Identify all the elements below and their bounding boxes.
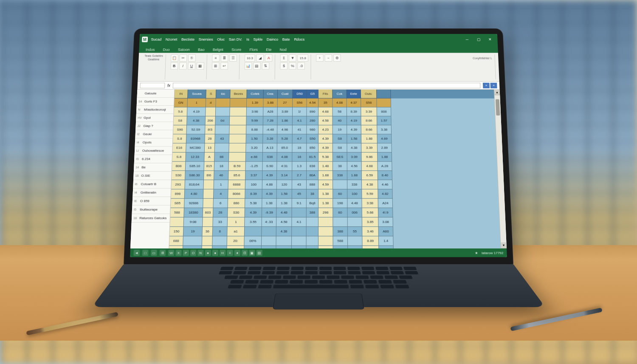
cell[interactable]: 4.58 [318, 116, 333, 125]
cell[interactable]: S8 [333, 134, 347, 143]
cell[interactable] [292, 236, 307, 245]
cell[interactable]: 4.7 [293, 134, 307, 143]
cell[interactable]: 4.39 [245, 208, 262, 217]
cell[interactable] [318, 236, 333, 245]
cell[interactable]: a1 [227, 227, 245, 236]
cell[interactable] [203, 217, 213, 227]
cell[interactable]: 28 [205, 134, 215, 143]
cell[interactable]: 81.5 [307, 152, 318, 162]
format-icon[interactable]: ⚙ [333, 54, 341, 62]


fill-icon[interactable]: ◢ [256, 54, 264, 62]
cell[interactable] [292, 208, 306, 217]
align-left-icon[interactable]: ≡ [212, 54, 220, 62]
cell[interactable]: 8.39 [347, 107, 361, 116]
cell[interactable]: S90 [173, 125, 187, 134]
name-box[interactable] [140, 82, 165, 88]
row-nav-item[interactable]: I4Opots [135, 138, 172, 147]
cell[interactable]: MC380 [186, 144, 205, 152]
chart-icon[interactable]: 📊 [244, 62, 252, 70]
border-icon[interactable]: ▦ [196, 62, 204, 70]
cell[interactable]: E0968 [186, 134, 205, 143]
cell[interactable]: 890 [307, 107, 318, 116]
cell[interactable]: 3.38 [377, 125, 392, 134]
cell[interactable]: S85.10 [186, 162, 204, 171]
taskbar-app-icon[interactable]: ▤ [256, 250, 262, 256]
taskbar-app-icon[interactable]: N [197, 250, 204, 256]
column-header[interactable]: S [206, 90, 216, 99]
cell[interactable]: 5:99 [246, 116, 263, 125]
cell[interactable]: S30 [172, 171, 186, 180]
cell[interactable]: 41 [293, 125, 307, 134]
cell[interactable]: 603 [203, 208, 214, 217]
row-nav-item[interactable]: I2Geoki [135, 130, 173, 138]
cell[interactable]: 3.28 [263, 134, 277, 143]
cell[interactable]: 120 [277, 180, 292, 189]
cell[interactable]: 880 [228, 199, 245, 208]
cell[interactable] [216, 107, 230, 116]
cell[interactable]: 8:66 [361, 116, 377, 125]
cell[interactable] [203, 189, 214, 199]
cell[interactable]: 8:66 [361, 125, 378, 134]
cell[interactable] [318, 227, 333, 236]
align-center-icon[interactable]: ≣ [220, 54, 228, 62]
cell[interactable]: 36 [202, 227, 213, 236]
cell[interactable]: -1.25 [245, 162, 262, 171]
cell[interactable] [170, 217, 184, 227]
menu-item[interactable]: Bectiste [181, 37, 194, 41]
cell[interactable]: 8.88 [246, 125, 263, 134]
cell[interactable]: 4.88 [262, 180, 277, 189]
cell[interactable]: 3.89 [277, 107, 293, 116]
cell[interactable]: S50 [307, 134, 318, 143]
cell[interactable] [229, 134, 246, 143]
cell[interactable]: 1 [228, 217, 245, 227]
column-header[interactable]: G5 [307, 90, 318, 99]
cell[interactable]: 1.4 [379, 236, 394, 245]
cell[interactable]: 58 [333, 107, 347, 116]
cell[interactable]: 338 [333, 171, 347, 180]
cell[interactable] [318, 217, 333, 227]
cell[interactable]: 298 [318, 208, 333, 217]
cell[interactable] [230, 107, 247, 116]
font-color-icon[interactable]: A [265, 54, 273, 62]
submenu-item[interactable]: Ete [263, 47, 274, 53]
cell[interactable]: 27 [278, 99, 293, 107]
column-header[interactable]: Souea [188, 90, 206, 99]
cell[interactable]: A [204, 152, 214, 162]
column-header[interactable]: Cok [333, 90, 347, 99]
taskbar-app-icon[interactable]: ● [212, 250, 219, 256]
cell[interactable]: 100 [347, 189, 362, 199]
cell[interactable]: 5.28 [277, 134, 293, 143]
submenu-item[interactable]: Duo [161, 47, 172, 53]
taskbar-app-icon[interactable]: ⊡ [242, 250, 248, 256]
cell[interactable]: 4.1 [292, 217, 306, 227]
cell[interactable]: -4.48 [263, 125, 277, 134]
cell[interactable]: A28 [263, 107, 278, 116]
cell[interactable] [203, 180, 214, 189]
cell[interactable]: 206 [206, 116, 216, 125]
cell[interactable]: Bq8 [307, 199, 318, 208]
cell[interactable] [229, 125, 246, 134]
taskbar-app-icon[interactable]: ♦ [234, 250, 241, 256]
cell[interactable]: 6 [213, 199, 228, 208]
cell[interactable]: d [206, 99, 216, 107]
submenu-item[interactable]: Nod [277, 47, 289, 53]
cell[interactable]: 1.39 [247, 99, 264, 107]
cell[interactable]: 3.88 [263, 99, 278, 107]
cell[interactable]: 1.38 [276, 199, 292, 208]
cell[interactable]: 888 [307, 180, 318, 189]
cell[interactable]: 1.38 [262, 199, 276, 208]
cell[interactable]: 4.39 [318, 144, 333, 152]
cell[interactable]: 688 [169, 236, 183, 245]
cell[interactable]: 4.38 [362, 180, 378, 189]
taskbar-app-icon[interactable]: ▣ [249, 250, 255, 256]
view-grid-icon[interactable]: ⊞ [159, 250, 166, 256]
cell[interactable]: 8.39 [245, 189, 262, 199]
scroll-thumb[interactable] [496, 99, 500, 116]
cell[interactable]: 4.38 [187, 116, 206, 125]
cell[interactable] [348, 236, 363, 245]
column-header[interactable]: Eete [347, 90, 361, 99]
cell[interactable]: e.68 [246, 152, 263, 162]
paste-icon[interactable]: 📋 [171, 54, 178, 62]
cell[interactable]: 815 [204, 162, 214, 171]
row-nav-item[interactable]: NMIastiodeoroql [136, 106, 174, 114]
